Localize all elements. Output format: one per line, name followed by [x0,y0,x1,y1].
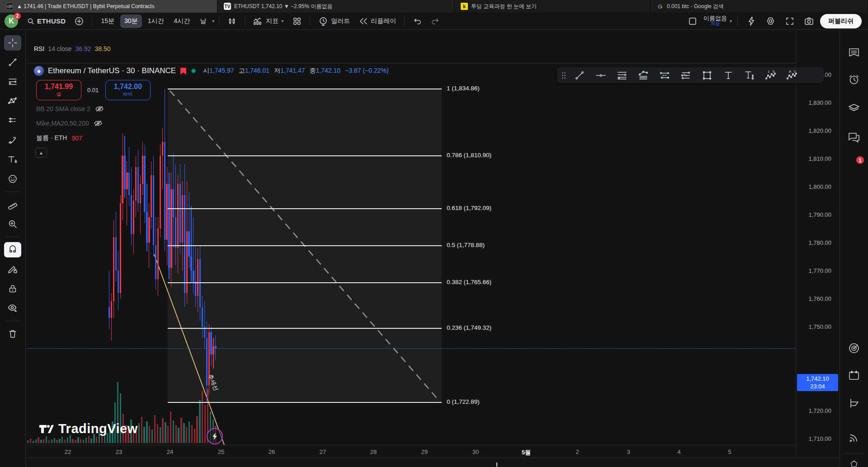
emoji-tool-button[interactable] [4,171,21,187]
fib-level-line[interactable] [168,402,442,403]
browser-tab-bybit[interactable]: ▲ 1741.46 | Trade ETHUSDT | Bybit Perpet… [0,0,217,13]
trend-line-tool-button[interactable] [4,55,21,70]
eye-off-icon[interactable] [94,120,103,127]
fib-tool-button[interactable] [4,74,21,89]
volume-bar [43,439,44,443]
fib-level-line[interactable] [168,282,442,283]
browser-tab-k[interactable]: k 투딩 교육과정 한 눈에 보기 [454,0,650,13]
brush-tool-button[interactable] [4,132,21,148]
pane-separator[interactable] [26,63,868,64]
watchlist-button[interactable] [848,47,860,60]
undo-button[interactable] [409,15,425,28]
text-tool-button[interactable] [4,152,21,167]
more-button[interactable] [849,460,859,467]
fib-level-line[interactable] [168,208,442,209]
float-text-button[interactable] [717,67,739,83]
remove-drawings-button[interactable] [4,326,21,341]
drawing-mode-button[interactable] [4,262,21,277]
redo-button[interactable] [427,15,443,28]
time-tick-label: 3 [627,448,630,455]
eye-off-icon[interactable] [95,105,104,112]
fib-level-line[interactable] [168,89,442,89]
symbol-legend[interactable]: ◆ Ethereum / TetherUS · 30 · BINANCE 시1,… [34,66,389,76]
float-trend-fib-button[interactable] [632,67,654,83]
browser-tab-tradingview[interactable]: TV ETHUSDT 1,742.10 ▼ −2.95% 이름없음 [217,0,454,13]
browser-tab-google[interactable]: G 0.001 btc - Google 검색 [650,0,868,13]
volume-bar [160,427,161,443]
symbol-search-button[interactable]: ETHUSD [24,14,69,28]
volume-bar [75,440,76,443]
float-rectangle-button[interactable] [696,67,717,83]
position-tool-button[interactable] [4,113,21,128]
candle-body [120,203,121,293]
chart-style-button[interactable] [224,14,240,28]
layout-select-button[interactable] [684,14,701,28]
fullscreen-button[interactable] [782,14,798,28]
float-anchored-text-button[interactable] [739,67,760,83]
candle-body [157,229,159,279]
chart-settings-button[interactable] [762,14,779,28]
publish-button[interactable]: 퍼블리쉬 [820,14,862,28]
compare-add-button[interactable] [71,14,87,28]
float-elliott-wave-button[interactable]: 15 [760,67,781,83]
spread-value: 0.01 [87,87,99,93]
quick-search-button[interactable] [743,14,760,29]
zoom-in-tool-button[interactable] [4,216,21,232]
candle-body [142,156,143,184]
fib-level-line[interactable] [168,155,442,156]
screenshot-button[interactable] [801,14,817,28]
price-axis[interactable]: 1,742.10 23:04 907 1,840.001,830.001,820… [796,30,840,467]
alerts-button[interactable] [848,74,860,88]
crosshair-tool-button[interactable] [4,35,21,51]
timeframe-4h[interactable]: 4시간 [170,14,194,28]
lock-drawings-button[interactable] [4,281,21,296]
measure-tool-button[interactable] [4,197,21,212]
fib-level-line[interactable] [168,328,442,329]
replay-button[interactable]: 리플레이 [355,14,400,28]
float-trend-line-button[interactable] [569,67,590,83]
chat-button[interactable] [848,131,860,145]
rsi-legend[interactable]: RSI 14 close 36.92 38.50 [34,45,111,52]
toolbar-drag-handle[interactable] [559,72,569,79]
market-status-icon[interactable] [191,68,196,74]
volume-bar [204,405,206,443]
streams-button[interactable] [848,432,860,445]
flag-bookmark-icon[interactable] [180,67,187,75]
float-fib-retracement-button[interactable] [611,67,632,83]
hotlist-button[interactable] [848,342,860,356]
layout-name[interactable]: 이름없음 저장 [703,16,727,27]
float-parallel-channel-button[interactable] [654,67,675,83]
pane-handle[interactable] [496,462,497,467]
timeframe-1d[interactable]: 날 [196,14,210,28]
save-link[interactable]: 저장 [711,21,720,27]
trade-panel-button[interactable] [848,397,860,411]
indicator-templates-button[interactable] [289,14,305,28]
indicator-row-volume[interactable]: 볼륨 · ETH 907 [36,134,82,142]
indicator-row-ma[interactable]: Mike,MA20,50,200 [36,120,103,127]
timeframe-chevron-icon[interactable]: ▾ [212,19,214,23]
layout-chevron-icon[interactable]: ▾ [730,19,732,23]
float-horizontal-line-button[interactable] [590,67,611,83]
object-tree-button[interactable] [848,103,860,115]
elliott-wave-icon: 15 [765,70,777,81]
flash-badge-icon[interactable] [207,428,223,444]
user-avatar[interactable]: K 2 [5,14,18,28]
fib-level-line[interactable] [168,245,442,246]
volume-bar [149,426,150,443]
magnet-tool-button[interactable] [4,242,21,257]
alert-button[interactable]: 얼러트 [315,14,354,29]
timeframe-15m[interactable]: 15분 [97,14,118,28]
calendar-button[interactable] [848,369,860,383]
hide-drawings-button[interactable] [4,300,21,316]
indicators-button[interactable]: 지표 ▾ [250,14,287,28]
indicator-row-bb[interactable]: BB 20 SMA close 2 [36,105,104,112]
time-axis[interactable]: 2223242526272829305월2345 [26,445,796,458]
candle-body [118,271,119,293]
legend-collapse-button[interactable]: ▲ [35,148,47,158]
svg-text:A: A [789,70,792,74]
float-xabcd-button[interactable]: AC [781,67,802,83]
timeframe-1h[interactable]: 1시간 [144,14,168,28]
float-disjoint-channel-button[interactable] [675,67,696,83]
timeframe-30m-selected[interactable]: 30분 [120,14,142,28]
pattern-tool-button[interactable] [4,93,21,109]
